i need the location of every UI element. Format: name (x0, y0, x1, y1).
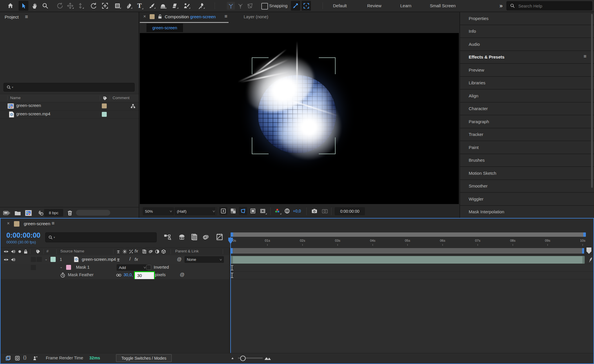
snapshot-camera-icon[interactable] (310, 207, 318, 215)
feather-y-edit-field[interactable]: 30 (134, 271, 155, 280)
project-footer-scrollbar[interactable] (76, 210, 110, 216)
panel-item-character[interactable]: Character (460, 103, 594, 116)
viewer-menu-icon[interactable]: ≡ (224, 14, 227, 19)
panel-item-smoother[interactable]: Smoother (460, 180, 594, 193)
timeline-h-scrollbar-cap-left[interactable] (231, 232, 233, 237)
project-item-name[interactable]: green-screen (16, 103, 41, 108)
panel-item-paragraph[interactable]: Paragraph (460, 115, 594, 128)
panel-item-effects-presets[interactable]: Effects & Presets ≡ (460, 51, 594, 64)
mask-label-swatch[interactable] (66, 265, 71, 270)
workspace-default[interactable]: Default (333, 3, 347, 8)
panel-item-wiggler[interactable]: Wiggler (460, 193, 594, 206)
pan-camera-tool[interactable] (67, 2, 74, 9)
rectangle-tool[interactable] (114, 2, 121, 9)
composition-mini-flowchart-icon[interactable] (164, 234, 171, 241)
rotation-tool[interactable] (90, 2, 97, 9)
project-row-composition[interactable]: green-screen (0, 102, 139, 110)
layer-cell[interactable] (31, 265, 36, 270)
dimensions-link-icon[interactable] (115, 272, 122, 278)
label-column-icon[interactable] (102, 95, 108, 101)
layer-source-name[interactable]: green-screen.mp4 (82, 257, 116, 262)
graph-editor-icon[interactable] (215, 233, 224, 241)
panel-item-align[interactable]: Align (460, 90, 594, 103)
interpret-footage-icon[interactable] (3, 210, 10, 216)
comp-marker-bin[interactable] (586, 247, 591, 254)
fast-previews-icon[interactable] (219, 207, 227, 215)
bit-depth-button[interactable]: 8 bpc (44, 209, 63, 216)
mask-row[interactable]: ⌄ Mask 1 Add˅ Inverted (1, 264, 229, 272)
audio-speaker-icon[interactable] (10, 257, 16, 262)
mask-mode-dropdown[interactable]: Add˅ (117, 264, 148, 271)
mask-name[interactable]: Mask 1 (76, 265, 90, 270)
motion-blur-column-icon[interactable] (148, 249, 154, 254)
viewer-breadcrumb-chip[interactable]: green-screen (146, 23, 183, 32)
tab-close-icon[interactable]: × (143, 14, 146, 19)
project-panel-title[interactable]: Project (5, 14, 19, 20)
workspace-review[interactable]: Review (367, 3, 381, 8)
fx-column-icon[interactable]: fx (135, 248, 138, 253)
panel-item-paint[interactable]: Paint (460, 141, 594, 154)
toggle-switches-modes-button[interactable]: Toggle Switches / Modes (116, 354, 172, 362)
zoom-out-mountain-icon[interactable] (231, 356, 236, 360)
layer-shy-switch[interactable] (115, 257, 121, 263)
adjustment-layer-column-icon[interactable] (154, 249, 160, 254)
label-column-icon[interactable] (35, 249, 41, 254)
new-composition-icon[interactable] (24, 210, 32, 216)
viewer-timecode[interactable]: 0:00:00:00 (335, 207, 365, 215)
magnification-dropdown[interactable]: 50%˅ (143, 207, 174, 215)
comp-label-swatch[interactable] (150, 14, 155, 19)
right-panel-scrollbar[interactable] (591, 14, 593, 188)
brush-tool[interactable] (148, 2, 155, 9)
mask-outline-corner-tr[interactable] (319, 57, 336, 74)
parent-link-column-header[interactable]: Parent & Link (175, 249, 199, 253)
column-track-divider[interactable] (229, 247, 230, 353)
timeline-tab-menu-icon[interactable]: ≡ (52, 221, 55, 226)
audio-speaker-icon[interactable] (10, 249, 16, 254)
current-timecode[interactable]: 0:00:00:00 (6, 231, 40, 239)
exposure-icon[interactable] (283, 207, 291, 215)
label-color-swatch[interactable] (102, 103, 107, 108)
expand-inout-panes-icon[interactable]: { } (23, 355, 26, 360)
pan-behind-tool[interactable] (102, 2, 108, 9)
unlock-icon[interactable] (157, 14, 162, 19)
grids-guides-icon[interactable] (259, 207, 267, 215)
layer-cell[interactable] (37, 257, 42, 262)
label-color-swatch[interactable] (102, 112, 107, 117)
zoom-tool[interactable] (42, 2, 49, 9)
project-search-box[interactable]: ▾ (3, 83, 135, 92)
hand-tool[interactable] (31, 2, 38, 9)
zoom-in-mountain-icon[interactable] (264, 355, 271, 361)
threed-layer-column-icon[interactable] (161, 249, 166, 254)
workspace-learn[interactable]: Learn (400, 3, 411, 8)
project-item-name[interactable]: green-screen.mp4 (16, 112, 50, 116)
lock-icon[interactable] (23, 249, 28, 254)
index-column-header[interactable]: # (46, 249, 49, 253)
eraser-tool[interactable] (171, 2, 178, 9)
transparency-grid-icon[interactable] (229, 207, 237, 215)
panel-item-libraries[interactable]: Libraries (460, 77, 594, 90)
selection-tool[interactable] (19, 1, 28, 11)
mask-outline-corner-br[interactable] (319, 137, 336, 154)
mask-visibility-icon[interactable] (239, 207, 247, 215)
channel-colors-icon[interactable] (273, 207, 281, 215)
frame-blending-icon[interactable] (190, 233, 198, 241)
mask-feather-row[interactable]: Mask Feather 30,0, 30 pixels @ (1, 271, 229, 279)
parent-dropdown[interactable]: None˅ (184, 256, 224, 263)
workspace-overflow-chevron[interactable]: » (499, 2, 503, 9)
shy-column-icon[interactable] (115, 249, 121, 254)
timeline-zoom-slider-knob[interactable] (240, 356, 246, 361)
layer-quality-switch[interactable]: / (129, 256, 131, 262)
new-folder-icon[interactable] (14, 210, 21, 216)
local-axis-mode-icon[interactable] (227, 2, 235, 10)
source-name-column-header[interactable]: Source Name (60, 249, 84, 253)
snap-bounds-icon[interactable] (302, 1, 311, 11)
composition-flowchart-icon[interactable] (130, 103, 136, 109)
mask-inverted-label[interactable]: Inverted (154, 265, 169, 270)
frame-blend-column-icon[interactable] (142, 249, 147, 254)
quality-icon[interactable] (128, 249, 134, 254)
panel-item-tracker[interactable]: Tracker (460, 128, 594, 141)
snap-guides-icon[interactable] (291, 1, 300, 11)
panel-menu-icon[interactable]: ≡ (584, 54, 586, 59)
resolution-dropdown[interactable]: (Half)˅ (175, 207, 217, 215)
mask-outline-corner-bl[interactable] (252, 137, 269, 154)
